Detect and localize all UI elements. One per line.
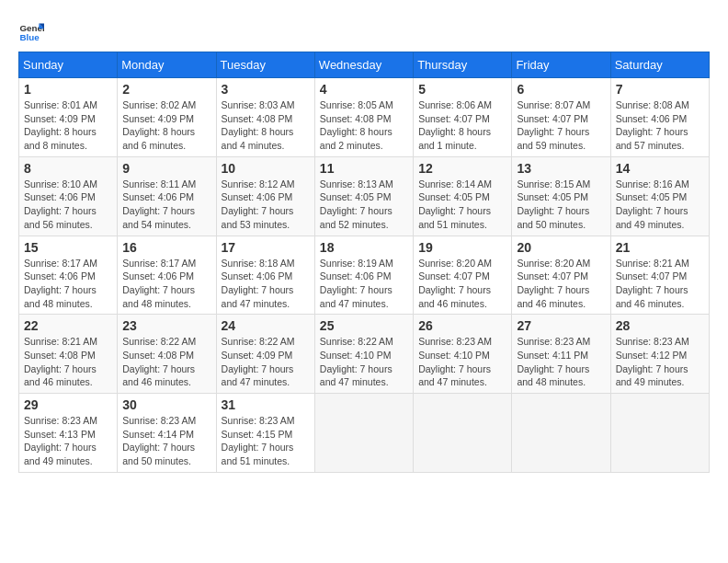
sunrise: Sunrise: 8:11 AM — [122, 178, 210, 191]
day-number: 22 — [24, 318, 112, 333]
day-detail: Sunrise: 8:15 AM Sunset: 4:05 PM Dayligh… — [517, 178, 605, 232]
calendar-cell: 15 Sunrise: 8:17 AM Sunset: 4:06 PM Dayl… — [19, 236, 118, 315]
daylight: Daylight: 7 hours and 57 minutes. — [616, 125, 704, 152]
sunrise: Sunrise: 8:03 AM — [222, 98, 310, 112]
day-detail: Sunrise: 8:07 AM Sunset: 4:07 PM Dayligh… — [517, 98, 605, 153]
day-number: 18 — [320, 240, 408, 255]
calendar-body: 1 Sunrise: 8:01 AM Sunset: 4:09 PM Dayli… — [19, 78, 710, 473]
week-row-5: 29 Sunrise: 8:23 AM Sunset: 4:13 PM Dayl… — [19, 394, 710, 473]
sunrise: Sunrise: 8:12 AM — [222, 178, 310, 191]
calendar-cell — [314, 394, 413, 473]
sunset: Sunset: 4:10 PM — [320, 349, 408, 362]
daylight: Daylight: 7 hours and 47 minutes. — [418, 362, 506, 389]
calendar-cell: 19 Sunrise: 8:20 AM Sunset: 4:07 PM Dayl… — [414, 236, 512, 315]
daylight: Daylight: 7 hours and 48 minutes. — [517, 362, 605, 389]
sunset: Sunset: 4:14 PM — [122, 428, 210, 442]
calendar-cell: 11 Sunrise: 8:13 AM Sunset: 4:05 PM Dayl… — [314, 156, 413, 236]
daylight: Daylight: 7 hours and 46 minutes. — [517, 283, 605, 310]
daylight: Daylight: 8 hours and 1 minute. — [418, 125, 506, 152]
day-number: 23 — [122, 318, 210, 333]
day-detail: Sunrise: 8:21 AM Sunset: 4:07 PM Dayligh… — [616, 257, 704, 311]
sunrise: Sunrise: 8:07 AM — [517, 98, 605, 112]
day-number: 12 — [418, 161, 506, 176]
day-number: 1 — [24, 82, 112, 97]
daylight: Daylight: 7 hours and 47 minutes. — [320, 362, 408, 389]
sunset: Sunset: 4:10 PM — [418, 349, 506, 362]
daylight: Daylight: 7 hours and 49 minutes. — [616, 204, 704, 231]
sunrise: Sunrise: 8:22 AM — [122, 335, 210, 349]
daylight: Daylight: 8 hours and 8 minutes. — [24, 125, 112, 152]
day-number: 9 — [122, 161, 210, 176]
header-day-wednesday: Wednesday — [314, 52, 413, 78]
day-detail: Sunrise: 8:23 AM Sunset: 4:11 PM Dayligh… — [517, 335, 605, 389]
day-number: 13 — [517, 161, 605, 176]
daylight: Daylight: 7 hours and 51 minutes. — [418, 204, 506, 231]
sunrise: Sunrise: 8:13 AM — [320, 178, 408, 191]
day-number: 15 — [24, 240, 112, 255]
sunset: Sunset: 4:06 PM — [222, 270, 310, 283]
logo: General Blue — [18, 18, 48, 44]
sunrise: Sunrise: 8:23 AM — [24, 414, 112, 428]
day-detail: Sunrise: 8:23 AM Sunset: 4:14 PM Dayligh… — [122, 414, 210, 468]
sunrise: Sunrise: 8:23 AM — [616, 335, 704, 349]
calendar-cell: 24 Sunrise: 8:22 AM Sunset: 4:09 PM Dayl… — [216, 315, 314, 394]
header-day-friday: Friday — [512, 52, 610, 78]
calendar-cell: 27 Sunrise: 8:23 AM Sunset: 4:11 PM Dayl… — [512, 315, 610, 394]
sunset: Sunset: 4:06 PM — [222, 190, 310, 204]
sunset: Sunset: 4:06 PM — [24, 270, 112, 283]
calendar-cell — [512, 394, 610, 473]
daylight: Daylight: 7 hours and 46 minutes. — [418, 283, 506, 310]
sunrise: Sunrise: 8:01 AM — [24, 98, 112, 112]
sunrise: Sunrise: 8:20 AM — [517, 257, 605, 270]
sunrise: Sunrise: 8:23 AM — [222, 414, 310, 428]
sunrise: Sunrise: 8:18 AM — [222, 257, 310, 270]
header-day-monday: Monday — [118, 52, 216, 78]
sunset: Sunset: 4:09 PM — [24, 112, 112, 126]
day-detail: Sunrise: 8:22 AM Sunset: 4:08 PM Dayligh… — [122, 335, 210, 389]
day-number: 11 — [320, 161, 408, 176]
daylight: Daylight: 7 hours and 56 minutes. — [24, 204, 112, 231]
calendar-cell — [414, 394, 512, 473]
day-number: 31 — [222, 397, 310, 412]
daylight: Daylight: 7 hours and 47 minutes. — [222, 362, 310, 389]
daylight: Daylight: 7 hours and 47 minutes. — [222, 283, 310, 310]
day-detail: Sunrise: 8:03 AM Sunset: 4:08 PM Dayligh… — [222, 98, 310, 153]
day-detail: Sunrise: 8:20 AM Sunset: 4:07 PM Dayligh… — [517, 257, 605, 311]
sunset: Sunset: 4:08 PM — [122, 349, 210, 362]
calendar-cell: 7 Sunrise: 8:08 AM Sunset: 4:06 PM Dayli… — [610, 78, 709, 157]
calendar-cell: 5 Sunrise: 8:06 AM Sunset: 4:07 PM Dayli… — [414, 78, 512, 157]
sunset: Sunset: 4:07 PM — [517, 270, 605, 283]
day-detail: Sunrise: 8:14 AM Sunset: 4:05 PM Dayligh… — [418, 178, 506, 232]
sunset: Sunset: 4:05 PM — [517, 190, 605, 204]
daylight: Daylight: 7 hours and 51 minutes. — [222, 441, 310, 467]
calendar-cell: 31 Sunrise: 8:23 AM Sunset: 4:15 PM Dayl… — [216, 394, 314, 473]
calendar-cell: 29 Sunrise: 8:23 AM Sunset: 4:13 PM Dayl… — [19, 394, 118, 473]
sunset: Sunset: 4:08 PM — [320, 112, 408, 126]
sunrise: Sunrise: 8:17 AM — [24, 257, 112, 270]
daylight: Daylight: 7 hours and 50 minutes. — [122, 441, 210, 467]
sunrise: Sunrise: 8:21 AM — [24, 335, 112, 349]
sunrise: Sunrise: 8:06 AM — [418, 98, 506, 112]
daylight: Daylight: 7 hours and 59 minutes. — [517, 125, 605, 152]
daylight: Daylight: 7 hours and 46 minutes. — [616, 283, 704, 310]
calendar-cell: 1 Sunrise: 8:01 AM Sunset: 4:09 PM Dayli… — [19, 78, 118, 157]
daylight: Daylight: 7 hours and 48 minutes. — [24, 283, 112, 310]
day-number: 7 — [616, 82, 704, 97]
day-detail: Sunrise: 8:18 AM Sunset: 4:06 PM Dayligh… — [222, 257, 310, 311]
day-detail: Sunrise: 8:11 AM Sunset: 4:06 PM Dayligh… — [122, 178, 210, 232]
header-day-saturday: Saturday — [610, 52, 709, 78]
day-number: 3 — [222, 82, 310, 97]
day-number: 5 — [418, 82, 506, 97]
logo-icon: General Blue — [18, 18, 44, 44]
day-number: 21 — [616, 240, 704, 255]
week-row-1: 1 Sunrise: 8:01 AM Sunset: 4:09 PM Dayli… — [19, 78, 710, 157]
day-number: 6 — [517, 82, 605, 97]
sunset: Sunset: 4:12 PM — [616, 349, 704, 362]
sunset: Sunset: 4:09 PM — [222, 349, 310, 362]
sunset: Sunset: 4:07 PM — [418, 270, 506, 283]
daylight: Daylight: 8 hours and 4 minutes. — [222, 125, 310, 152]
calendar-cell: 21 Sunrise: 8:21 AM Sunset: 4:07 PM Dayl… — [610, 236, 709, 315]
day-number: 24 — [222, 318, 310, 333]
sunrise: Sunrise: 8:10 AM — [24, 178, 112, 191]
day-detail: Sunrise: 8:05 AM Sunset: 4:08 PM Dayligh… — [320, 98, 408, 153]
